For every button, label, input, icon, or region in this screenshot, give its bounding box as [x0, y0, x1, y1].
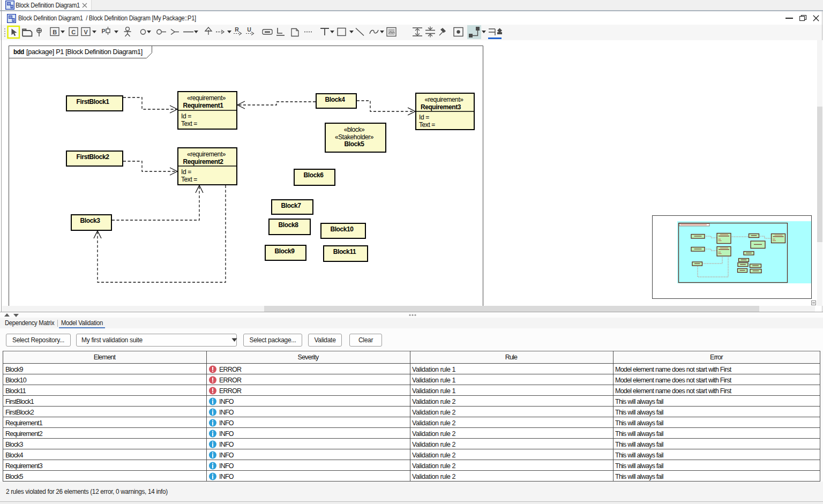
svg-text:Requirement1: Requirement1 — [183, 102, 223, 109]
svg-text:Validation rule 1: Validation rule 1 — [412, 366, 456, 373]
svg-text:INFO: INFO — [219, 462, 234, 470]
svg-text:Block4: Block4 — [325, 96, 346, 103]
svg-text:Block3: Block3 — [80, 217, 101, 224]
svg-text:This will always fail: This will always fail — [615, 462, 663, 470]
svg-text:INFO: INFO — [219, 473, 234, 480]
svg-text:Requirement2: Requirement2 — [183, 158, 223, 166]
svg-text:bdd: bdd — [13, 48, 24, 56]
svg-text:Text =: Text = — [181, 176, 197, 183]
svg-text:ERROR: ERROR — [219, 377, 242, 384]
svg-text:This will always fail: This will always fail — [615, 409, 663, 416]
svg-text:Validation rule 1: Validation rule 1 — [412, 387, 456, 395]
svg-text:INFO: INFO — [219, 409, 234, 416]
svg-text:This will always fail: This will always fail — [615, 473, 663, 480]
svg-text:Model element name does not st: Model element name does not start with F… — [615, 387, 732, 395]
svg-text:Block11: Block11 — [5, 387, 26, 395]
svg-text:R: R — [235, 26, 239, 33]
svg-text:Block4: Block4 — [5, 452, 24, 459]
svg-text:«requirement»: «requirement» — [187, 151, 226, 158]
svg-text:Requirement3: Requirement3 — [421, 103, 461, 111]
svg-text:Block11: Block11 — [333, 248, 356, 255]
svg-text:Element: Element — [94, 353, 116, 361]
svg-text:B: B — [53, 29, 57, 35]
svg-text:Rule: Rule — [505, 353, 518, 361]
svg-text:INFO: INFO — [219, 398, 234, 405]
svg-text:Validation rule 2: Validation rule 2 — [412, 398, 456, 405]
svg-text:«block»: «block» — [344, 126, 365, 133]
svg-text:Id =: Id = — [181, 168, 191, 176]
svg-text:FirstBlock2: FirstBlock2 — [77, 153, 110, 161]
svg-text:Severity: Severity — [298, 353, 319, 361]
svg-text:Validation rule 2: Validation rule 2 — [412, 419, 456, 427]
svg-text:Requirement2: Requirement2 — [5, 430, 43, 438]
svg-text:«Stakeholder»: «Stakeholder» — [335, 133, 374, 141]
svg-text:Model element name does not st: Model element name does not start with F… — [615, 377, 732, 384]
svg-text:Block9: Block9 — [275, 247, 295, 255]
svg-text:Block3: Block3 — [5, 441, 24, 448]
svg-text:FirstBlock1: FirstBlock1 — [77, 98, 110, 106]
svg-text:Validation rule 2: Validation rule 2 — [412, 473, 456, 480]
svg-text:Validation rule 2: Validation rule 2 — [412, 409, 456, 416]
svg-text:Block10: Block10 — [330, 225, 354, 233]
svg-text:Block8: Block8 — [279, 221, 299, 229]
svg-text:Block7: Block7 — [281, 202, 302, 209]
svg-text:This will always fail: This will always fail — [615, 419, 663, 427]
svg-text:Model element name does not st: Model element name does not start with F… — [615, 366, 732, 373]
svg-text:Validation rule 2: Validation rule 2 — [412, 441, 456, 448]
svg-text:This will always fail: This will always fail — [615, 430, 663, 438]
svg-text:Text =: Text = — [419, 121, 435, 129]
svg-text:Validation rule 1: Validation rule 1 — [412, 377, 456, 384]
svg-text:This will always fail: This will always fail — [615, 452, 663, 459]
svg-text:U: U — [247, 26, 251, 33]
svg-text:INFO: INFO — [219, 452, 234, 459]
svg-text:Error: Error — [710, 353, 723, 361]
svg-text:«requirement»: «requirement» — [187, 94, 226, 102]
svg-text:Text =: Text = — [181, 120, 197, 127]
svg-text:V: V — [84, 29, 88, 35]
svg-text:FirstBlock2: FirstBlock2 — [5, 409, 34, 416]
svg-text:Block6: Block6 — [304, 171, 324, 179]
svg-text:«requirement»: «requirement» — [424, 96, 463, 103]
svg-text:ERROR: ERROR — [219, 387, 242, 395]
svg-text:This will always fail: This will always fail — [615, 398, 663, 405]
svg-text:Validation rule 2: Validation rule 2 — [412, 430, 456, 438]
svg-text:Validation rule 2: Validation rule 2 — [412, 462, 456, 470]
svg-text:Id =: Id = — [181, 112, 191, 120]
svg-text:This will always fail: This will always fail — [615, 441, 663, 448]
svg-text:FirstBlock1: FirstBlock1 — [5, 398, 34, 405]
svg-text:INFO: INFO — [219, 419, 234, 427]
svg-text:Validation rule 2: Validation rule 2 — [412, 452, 456, 459]
svg-text:C: C — [71, 29, 76, 35]
svg-text:Block5: Block5 — [345, 140, 365, 148]
svg-text:P: P — [101, 28, 105, 34]
svg-text:Block10: Block10 — [5, 377, 27, 384]
svg-text:Block9: Block9 — [5, 366, 24, 373]
svg-text:Requirement3: Requirement3 — [5, 462, 43, 470]
svg-text:Requirement1: Requirement1 — [5, 419, 43, 427]
svg-text:Block5: Block5 — [5, 473, 24, 480]
svg-text:ERROR: ERROR — [219, 366, 242, 373]
svg-text:INFO: INFO — [219, 441, 234, 448]
svg-text:[package] P1 [Block Definition: [package] P1 [Block Definition Diagram1] — [26, 48, 143, 56]
svg-text:Id =: Id = — [419, 114, 429, 121]
svg-text:INFO: INFO — [219, 430, 234, 438]
